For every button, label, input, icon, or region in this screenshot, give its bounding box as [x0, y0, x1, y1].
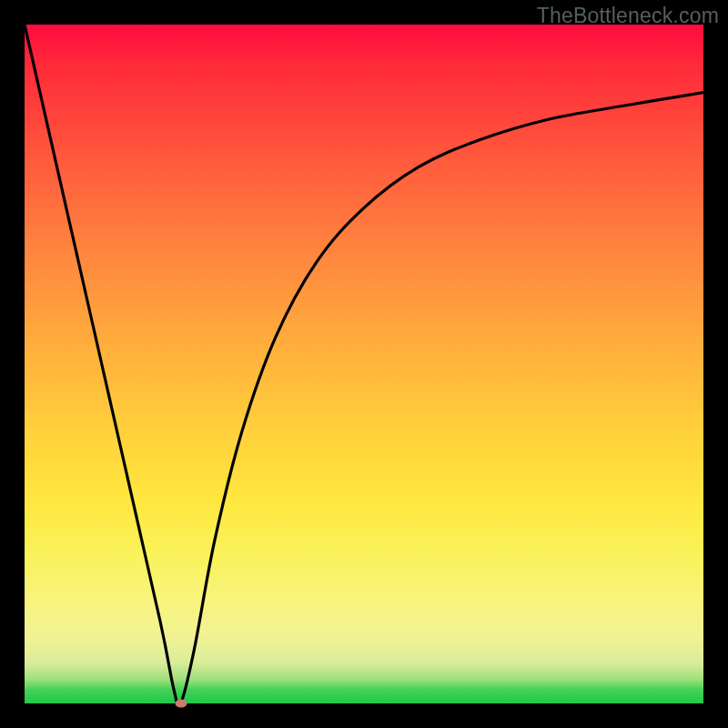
chart-plot-area — [25, 25, 703, 703]
chart-marker-dot — [175, 700, 187, 708]
chart-background-gradient — [25, 25, 703, 703]
